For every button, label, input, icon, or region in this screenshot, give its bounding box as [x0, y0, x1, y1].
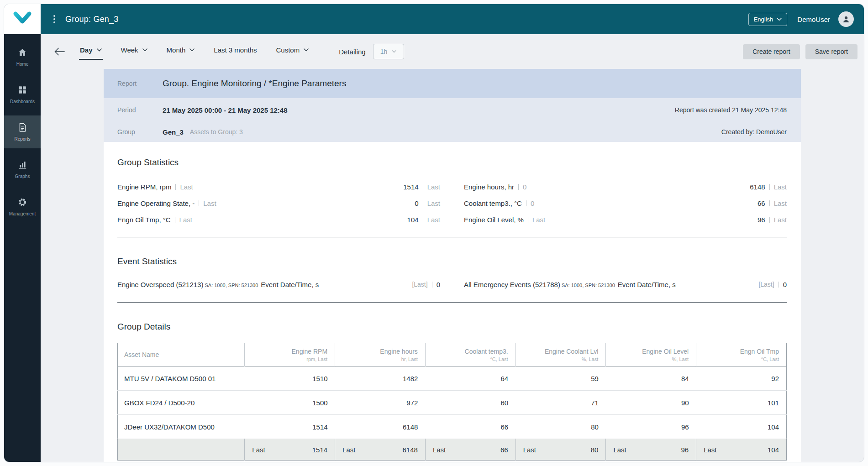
sidebar-item-reports[interactable]: Reports: [4, 115, 41, 148]
save-report-button[interactable]: Save report: [805, 44, 857, 59]
stat-value-suffix: Last: [774, 183, 787, 191]
column-header: Engine hourshr, Last: [335, 343, 426, 367]
divider: [528, 217, 528, 223]
column-header: Engine RPMrpm, Last: [245, 343, 335, 367]
sidebar-item-dashboards[interactable]: Dashboards: [4, 78, 41, 111]
stat-label: Engn Oil Tmp, °C: [117, 216, 171, 224]
chevron-down-icon: [392, 50, 396, 53]
kebab-menu-icon[interactable]: [52, 13, 57, 25]
event-name: All Emergency Events (521788): [464, 281, 560, 288]
asset-name-cell: GBOX FD24 / D500-20: [118, 391, 245, 415]
event-field: Event Date/Time, s: [261, 281, 319, 288]
report-group-row: Group Gen_3 Assets to Group: 3 Created b…: [104, 122, 801, 142]
tab-month[interactable]: Month: [166, 43, 196, 60]
app-logo[interactable]: [4, 4, 41, 34]
stat-row: Coolant temp3., °C0 66Last: [464, 195, 787, 211]
footer-cell: Last6148: [335, 439, 426, 461]
report-header-row: Report Group. Engine Monitoring / *Engin…: [104, 69, 801, 98]
stat-row: Engine hours, hr0 6148Last: [464, 178, 787, 195]
event-meta: SA: 1000, SPN: 521300: [562, 283, 615, 288]
stat-label: Engine RPM, rpm: [117, 183, 171, 191]
tab-week[interactable]: Week: [120, 43, 148, 60]
value-cell: 101: [696, 391, 787, 415]
event-stat: [Last]: [412, 281, 427, 288]
section-title: Event Statistics: [117, 257, 787, 267]
event-stat: [Last]: [758, 281, 774, 288]
user-avatar[interactable]: [838, 11, 854, 27]
asset-name-cell: MTU 5V / DATAKOM D500 01: [118, 367, 245, 391]
tab-label: Month: [167, 46, 186, 54]
app-window: Group: Gen_3 English DemoUser Home: [4, 4, 864, 462]
value-cell: 59: [516, 367, 606, 391]
divider: [769, 217, 770, 223]
group-details-section: Group Details Asset Name Engine RPMrpm, …: [117, 322, 787, 461]
main-content: Day Week Month Last 3 months Custom: [41, 34, 864, 462]
divider: [518, 184, 519, 190]
period-value: 21 May 2025 00:00 - 21 May 2025 12:48: [163, 106, 288, 114]
sidebar-item-label: Management: [9, 211, 36, 216]
stat-label: Engine Operating State, -: [117, 199, 195, 207]
group-statistics-section: Group Statistics Engine RPM, rpmLast 151…: [117, 157, 787, 237]
divider: [175, 217, 175, 223]
arrow-left-icon: [53, 47, 65, 57]
group-value: Gen_3: [163, 128, 184, 136]
stat-row: Engine RPM, rpmLast 1514Last: [117, 178, 440, 195]
language-selector[interactable]: English: [748, 13, 788, 26]
section-divider: [117, 302, 787, 303]
footer-cell: Last80: [516, 439, 606, 461]
footer-cell: Last66: [425, 439, 516, 461]
event-value: 0: [783, 281, 787, 288]
group-details-table: Asset Name Engine RPMrpm, Last Engine ho…: [117, 343, 787, 461]
value-cell: 1500: [245, 391, 335, 415]
back-button[interactable]: [52, 45, 67, 58]
user-name[interactable]: DemoUser: [797, 16, 830, 23]
statistics-grid: Engine RPM, rpmLast 1514Last Engine Oper…: [117, 178, 787, 228]
create-report-button[interactable]: Create report: [743, 44, 800, 59]
stat-value: 66: [758, 199, 765, 207]
language-label: English: [754, 16, 773, 23]
report-body: Group Statistics Engine RPM, rpmLast 151…: [104, 142, 801, 462]
footer-empty-cell: [118, 439, 245, 461]
divider: [432, 282, 432, 288]
sidebar-item-home[interactable]: Home: [4, 41, 41, 73]
detailing-select[interactable]: 1h: [373, 44, 404, 59]
tab-day[interactable]: Day: [79, 43, 103, 60]
tab-last-3-months[interactable]: Last 3 months: [213, 43, 258, 60]
footer-cell: Last104: [696, 439, 787, 461]
tab-custom[interactable]: Custom: [275, 43, 310, 60]
topbar-right: English DemoUser: [748, 11, 854, 27]
column-header: Engine Oil Level%, Last: [606, 343, 696, 367]
stat-row: Engn Oil Tmp, °CLast 104Last: [117, 211, 440, 228]
table-row: GBOX FD24 / D500-20 1500 972 60 71 90 10…: [118, 391, 787, 415]
report-created-by: Created by: DemoUser: [721, 128, 787, 136]
value-cell: 60: [425, 391, 516, 415]
column-header: Engn Oil Tmp°C, Last: [696, 343, 787, 367]
sidebar-item-label: Graphs: [15, 174, 30, 179]
detailing-control: Detailing 1h: [339, 44, 404, 59]
stat-label: Coolant temp3., °C: [464, 199, 522, 207]
chevron-down-icon: [304, 48, 309, 52]
table-header-row: Asset Name Engine RPMrpm, Last Engine ho…: [118, 343, 787, 367]
event-statistics-section: Event Statistics Engine Overspeed (52121…: [117, 257, 787, 303]
report-container: Report Group. Engine Monitoring / *Engin…: [104, 69, 801, 462]
sidebar-item-graphs[interactable]: Graphs: [4, 153, 41, 186]
sidebar-item-management[interactable]: Management: [4, 190, 41, 223]
stat-value: 1514: [403, 183, 418, 191]
stat-label-suffix: 0: [523, 183, 526, 191]
detailing-value: 1h: [380, 48, 388, 55]
stat-value: 104: [407, 216, 419, 224]
stat-label: Engine Oil Level, %: [464, 216, 524, 224]
stat-value-suffix: Last: [427, 199, 440, 207]
statistics-right-column: Engine hours, hr0 6148Last Coolant temp3…: [464, 178, 787, 228]
column-header: Asset Name: [118, 343, 245, 367]
tab-label: Last 3 months: [214, 46, 257, 54]
statistics-left-column: Engine RPM, rpmLast 1514Last Engine Oper…: [117, 178, 440, 228]
section-title: Group Statistics: [117, 157, 787, 168]
stat-value-suffix: Last: [427, 183, 440, 191]
group-label: Group: [117, 128, 163, 136]
table-row: JDeer UX32/DATAKOM D500 1514 6148 66 80 …: [118, 415, 787, 439]
stat-label-suffix: Last: [532, 216, 545, 224]
divider: [423, 200, 423, 206]
value-cell: 104: [696, 415, 787, 439]
stat-label-suffix: Last: [180, 183, 193, 191]
